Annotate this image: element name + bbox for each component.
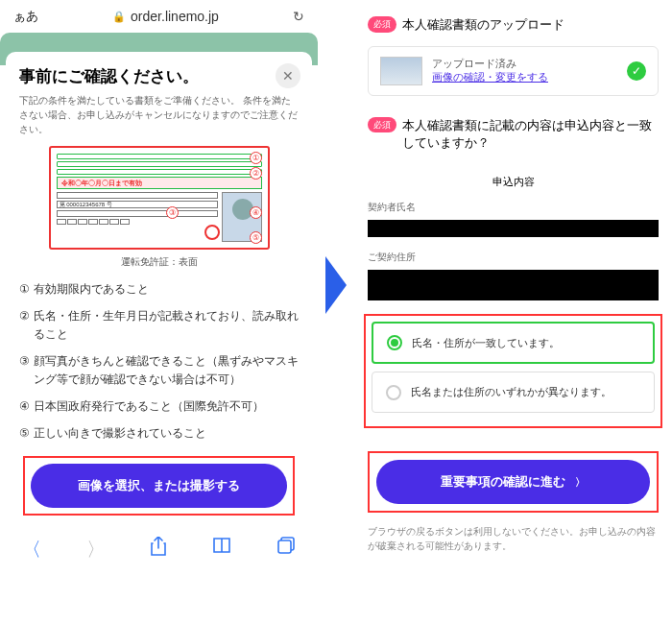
redacted-name — [368, 220, 659, 237]
close-button[interactable]: ✕ — [276, 63, 300, 88]
radio-highlight-box: 氏名・住所が一致しています。 氏名または住所のいずれかが異なります。 — [364, 314, 662, 428]
reload-icon[interactable]: ↻ — [293, 9, 304, 24]
forward-button: 〉 — [86, 537, 106, 563]
marker-5: ⑤ — [250, 231, 262, 244]
radio-match-no[interactable]: 氏名または住所のいずれかが異なります。 — [372, 372, 655, 413]
lock-icon: 🔒 — [112, 11, 126, 23]
upload-done-label: アップロード済み — [432, 58, 617, 71]
share-button[interactable] — [150, 537, 167, 563]
tabs-button[interactable] — [276, 537, 296, 563]
check-icon: ✓ — [627, 61, 646, 81]
change-image-link[interactable]: 画像の確認・変更をする — [432, 71, 548, 83]
license-sample-image: 令和〇年〇月〇日まで有効 第 000012345678 号 ① ② ③ ④ ⑤ — [49, 146, 270, 250]
license-caption: 運転免許証：表面 — [19, 255, 299, 269]
left-phone-frame: ぁあ 🔒 order.linemo.jp ↻ ✕ 事前にご確認ください。 下記の… — [0, 0, 318, 570]
close-icon: ✕ — [282, 68, 294, 84]
bookmarks-button[interactable] — [212, 537, 231, 563]
modal-subtitle: 下記の条件を満たしている書類をご準備ください。 条件を満たさない場合、お申し込み… — [19, 93, 299, 136]
proceed-button-label: 重要事項の確認に進む — [441, 474, 565, 489]
url-display[interactable]: 🔒 order.linemo.jp — [112, 9, 219, 24]
url-text: order.linemo.jp — [131, 9, 219, 24]
select-image-button[interactable]: 画像を選択、または撮影する — [31, 464, 287, 508]
redacted-address — [368, 270, 659, 300]
application-content-box: 申込内容 契約者氏名 ご契約住所 — [368, 165, 659, 300]
match-heading: 本人確認書類に記載の内容は申込内容と一致していますか？ — [402, 117, 659, 152]
match-section-header: 必須 本人確認書類に記載の内容は申込内容と一致していますか？ — [354, 109, 672, 159]
svg-rect-1 — [278, 540, 291, 553]
chevron-right-icon: 〉 — [575, 476, 586, 488]
proceed-button[interactable]: 重要事項の確認に進む 〉 — [376, 460, 650, 504]
uploaded-document-card: アップロード済み 画像の確認・変更をする ✓ — [368, 46, 659, 96]
list-item: ③顔写真がきちんと確認できること（黒ずみやマスキング等で顔が確認できない場合は不… — [19, 352, 299, 388]
list-item: ①有効期限内であること — [19, 280, 299, 298]
name-field-label: 契約者氏名 — [368, 201, 659, 214]
safari-toolbar: 〈 〉 — [0, 525, 318, 570]
document-thumbnail — [380, 57, 422, 85]
list-item: ④日本国政府発行であること（国際免許不可） — [19, 397, 299, 415]
safari-address-bar: ぁあ 🔒 order.linemo.jp ↻ — [0, 0, 318, 33]
confirmation-modal: ✕ 事前にご確認ください。 下記の条件を満たしている書類をご準備ください。 条件… — [6, 52, 312, 516]
address-field-label: ご契約住所 — [368, 251, 659, 264]
modal-title: 事前にご確認ください。 — [19, 65, 299, 87]
marker-3: ③ — [166, 206, 179, 219]
back-button[interactable]: 〈 — [22, 537, 41, 563]
radio-match-yes[interactable]: 氏名・住所が一致しています。 — [372, 322, 655, 365]
cta-highlight-box: 重要事項の確認に進む 〉 — [368, 451, 659, 513]
list-item: ②氏名・住所・生年月日が記載されており、読み取れること — [19, 307, 299, 343]
marker-2: ② — [250, 167, 262, 180]
required-badge: 必須 — [368, 117, 396, 133]
list-item: ⑤正しい向きで撮影されていること — [19, 424, 299, 442]
radio-dot-icon — [387, 335, 402, 350]
cta-highlight-box: 画像を選択、または撮影する — [23, 456, 295, 516]
flow-arrow-icon — [325, 256, 347, 314]
required-badge: 必須 — [368, 16, 396, 33]
stamp-icon — [204, 225, 220, 240]
radio-label: 氏名または住所のいずれかが異なります。 — [411, 384, 612, 400]
marker-4: ④ — [250, 206, 262, 219]
browser-warning-note: ブラウザの戻るボタンは利用しないでください。お申し込みの内容が破棄される可能性が… — [354, 524, 672, 561]
radio-label: 氏名・住所が一致しています。 — [412, 335, 560, 351]
radio-dot-icon — [386, 385, 401, 400]
right-phone-frame: 必須 本人確認書類のアップロード アップロード済み 画像の確認・変更をする ✓ … — [354, 9, 672, 561]
requirement-list: ①有効期限内であること ②氏名・住所・生年月日が記載されており、読み取れること … — [19, 280, 299, 443]
upload-section-header: 必須 本人確認書類のアップロード — [354, 9, 672, 41]
marker-1: ① — [250, 152, 262, 164]
text-size-button[interactable]: ぁあ — [13, 8, 38, 25]
application-content-title: 申込内容 — [368, 165, 659, 201]
upload-heading: 本人確認書類のアップロード — [402, 16, 659, 34]
